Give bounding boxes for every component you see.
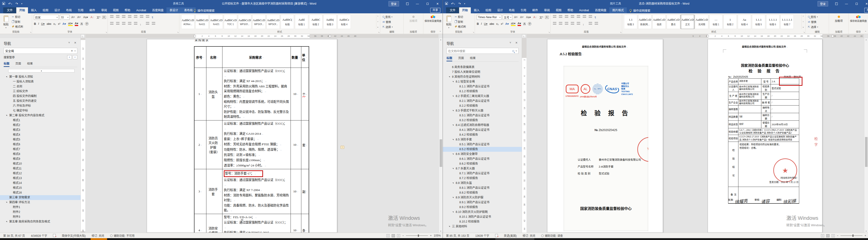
nav-heading-item[interactable]: 格式7	[0, 147, 81, 152]
sort-icon[interactable]	[589, 15, 592, 18]
dialog-launcher-icon[interactable]: ↘	[803, 31, 805, 33]
underline-icon[interactable]: U▾	[41, 22, 44, 26]
nav-heading-item[interactable]: 8.4 过滤式消防自救呼吸器	[443, 123, 522, 128]
scroll-down-icon[interactable]: ▼	[864, 230, 868, 232]
style-item[interactable]: 1.1.1标题 5	[752, 15, 765, 29]
nav-options-icon[interactable]: ˅	[68, 41, 70, 44]
shrink-font-icon[interactable]: A˅	[520, 16, 524, 19]
minimize-icon[interactable]: —	[841, 0, 851, 7]
nav-heading-item[interactable]: 格式13	[0, 176, 81, 181]
nav-close-icon[interactable]: ✕	[515, 41, 518, 44]
collapse-arrow-icon[interactable]	[453, 197, 454, 198]
align-right-icon[interactable]	[565, 22, 568, 25]
font-size-select[interactable]: 五号▾	[503, 15, 512, 20]
zoom-slider[interactable]	[840, 235, 863, 236]
sort-icon[interactable]	[146, 15, 149, 18]
language-indicator[interactable]: 简体中文(中国大陆)	[62, 234, 86, 238]
nav-heading-item[interactable]: 8 其他符合性证明材料	[443, 75, 522, 79]
nav-tab[interactable]: 标题	[4, 61, 9, 67]
minimize-icon[interactable]: —	[412, 0, 423, 7]
collapse-arrow-icon[interactable]	[453, 183, 454, 184]
nav-tab[interactable]: 标题	[446, 56, 452, 61]
ribbon-tab[interactable]: Acrobat	[576, 7, 592, 14]
nav-heading-item[interactable]: 8.3.2 检验报告	[443, 118, 522, 123]
subscript-icon[interactable]: x₂	[496, 22, 499, 26]
borders-icon[interactable]	[152, 22, 155, 25]
ribbon-tab[interactable]: 帮助	[122, 7, 133, 14]
nav-heading-item[interactable]: 格式15	[0, 186, 81, 190]
nav-heading-item[interactable]: 第一章 投标人须知	[0, 75, 81, 79]
nav-heading-item[interactable]: 二 总则	[0, 84, 81, 89]
ribbon-tab[interactable]: 表布局	[181, 7, 196, 14]
previous-result-button[interactable]: ˄	[67, 55, 72, 59]
qat-customize-icon[interactable]: ▾	[464, 3, 465, 5]
collapse-ribbon-icon[interactable]: ⌃	[865, 31, 867, 33]
bold-icon[interactable]: B	[477, 22, 479, 26]
ribbon-tab[interactable]: 绘图	[40, 7, 51, 14]
ribbon-tab[interactable]: 百度网盘	[149, 7, 166, 14]
grow-font-icon[interactable]: A˄	[71, 16, 75, 19]
collapse-arrow-icon[interactable]	[453, 154, 454, 155]
find-button[interactable]: 查找▾	[382, 15, 393, 19]
style-item[interactable]: AaBbCcD(TOC 1	[224, 15, 237, 29]
taskbar-app-indicator[interactable]	[495, 238, 534, 240]
change-case-icon[interactable]: Aa▾	[83, 16, 89, 19]
ribbon-tab[interactable]: 邮件	[529, 7, 541, 14]
style-item[interactable]: AaBb(标题 3	[323, 15, 337, 29]
copy-button[interactable]: 复制	[455, 20, 466, 23]
character-border-icon[interactable]: A	[102, 16, 106, 19]
vertical-scrollbar[interactable]: ▲ ▼	[864, 38, 868, 233]
style-item[interactable]: AaBl标题 1	[295, 15, 308, 29]
nav-heading-item[interactable]: 格式1	[0, 118, 81, 123]
zoom-in-icon[interactable]: +	[430, 234, 432, 237]
shading-icon[interactable]	[146, 22, 149, 25]
number-list-icon[interactable]	[559, 15, 562, 18]
collapse-arrow-icon[interactable]	[453, 81, 454, 82]
strikethrough-icon[interactable]: abc	[47, 22, 51, 26]
phonetic-guide-icon[interactable]: 文A	[539, 16, 544, 19]
ribbon-tab[interactable]: 引用	[75, 7, 87, 14]
nav-heading-item[interactable]: 七 确定中标	[0, 108, 81, 113]
search-icon[interactable]	[512, 49, 514, 53]
nav-heading-item[interactable]: 第三章 货物需求	[0, 195, 81, 200]
nav-heading-item[interactable]: 附件1	[0, 205, 81, 210]
nav-heading-item[interactable]: 格式2	[0, 123, 81, 128]
font-name-select[interactable]: 仿宋▾	[34, 15, 59, 20]
copy-button[interactable]: 复制	[12, 20, 23, 23]
collapse-arrow-icon[interactable]	[6, 202, 7, 203]
character-shading-icon[interactable]: A	[523, 22, 526, 26]
style-item[interactable]: AaBbCcDfont21	[210, 15, 223, 29]
find-button[interactable]: 查找▾	[808, 15, 818, 19]
word-count[interactable]: 13639 个字	[475, 234, 489, 238]
nav-heading-item[interactable]: 格式3	[0, 128, 81, 132]
scroll-up-icon[interactable]: ▲	[439, 39, 443, 41]
indent-increase-icon[interactable]	[577, 15, 580, 18]
style-item[interactable]: AaBbCcDcWPSOf...	[267, 15, 280, 29]
procurement-table[interactable]: 序号 名称 采购需求 数量 单位 1	[194, 46, 309, 233]
style-item[interactable]: AaBbCcDdIfont11	[195, 15, 209, 29]
vertical-scrollbar[interactable]: ▲ ▼	[439, 38, 443, 233]
indent-decrease-icon[interactable]	[128, 15, 131, 18]
bullet-list-icon[interactable]	[110, 15, 114, 18]
dialog-launcher-icon[interactable]: ↘	[620, 31, 621, 33]
nav-heading-item[interactable]: 8.4.2 检验报告	[443, 132, 522, 137]
collapse-arrow-icon[interactable]	[453, 168, 454, 169]
ribbon-tab[interactable]: 视图	[110, 7, 122, 14]
nav-heading-item[interactable]: 五 投标文件的递交	[0, 99, 81, 103]
print-layout-icon[interactable]	[826, 234, 830, 237]
style-item[interactable]: 1.1标题 3	[624, 15, 637, 29]
ribbon-display-options-icon[interactable]	[402, 0, 412, 7]
collapse-arrow-icon[interactable]	[6, 76, 7, 78]
nav-heading-item[interactable]: 8.6.2 检验报告	[443, 161, 522, 166]
close-icon[interactable]: ✕	[862, 0, 868, 7]
ribbon-tab[interactable]: 百度网盘	[592, 7, 609, 14]
nav-heading-item[interactable]: 8.8 消防头盔	[443, 181, 522, 186]
collapse-arrow-icon[interactable]	[453, 125, 454, 126]
nav-heading-item[interactable]: 8.9 消防员灭火防护服	[443, 195, 522, 200]
indent-increase-icon[interactable]	[134, 15, 137, 18]
nav-heading-item[interactable]: 8.10.2 检验报告	[443, 219, 522, 224]
nav-heading-item[interactable]: 格式16	[0, 190, 81, 195]
collapse-arrow-icon[interactable]	[453, 96, 454, 97]
dialog-launcher-icon[interactable]: ↘	[105, 31, 107, 33]
collapse-arrow-icon[interactable]	[453, 212, 454, 213]
